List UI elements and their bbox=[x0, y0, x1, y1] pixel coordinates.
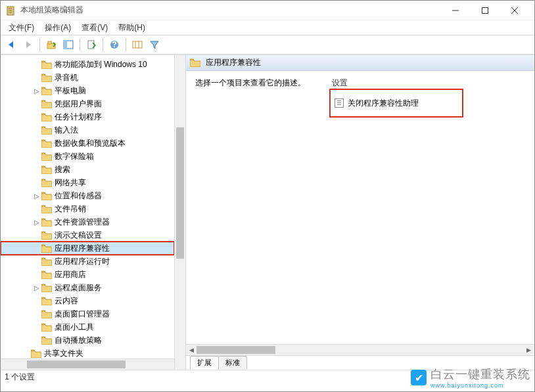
menu-view[interactable]: 查看(V) bbox=[76, 21, 113, 35]
tree-item[interactable]: ▷远程桌面服务 bbox=[1, 281, 174, 294]
tree-item-label: 凭据用户界面 bbox=[55, 98, 102, 110]
filter-button[interactable] bbox=[147, 37, 162, 53]
app-icon bbox=[6, 5, 16, 16]
tree-item[interactable]: 录音机 bbox=[1, 71, 174, 84]
back-button[interactable] bbox=[3, 37, 19, 53]
details-tabs: 扩展 标准 bbox=[186, 355, 534, 370]
tree-item[interactable]: 数字保险箱 bbox=[1, 150, 174, 163]
settings-column-header: 设置 bbox=[332, 77, 525, 89]
menu-file[interactable]: 文件(F) bbox=[3, 21, 39, 35]
tree-item[interactable]: 桌面小工具 bbox=[1, 320, 174, 334]
tree-item-label: 任务计划程序 bbox=[55, 112, 102, 123]
tree-item[interactable]: 共享文件夹 bbox=[1, 347, 174, 360]
tree-horizontal-scrollbar[interactable] bbox=[1, 359, 174, 370]
toolbar-separator bbox=[39, 38, 40, 51]
tree-item[interactable]: ▷文件资源管理器 bbox=[1, 215, 174, 229]
maximize-button[interactable] bbox=[470, 1, 500, 20]
tree-view[interactable]: 将功能添加到 Windows 10录音机▷平板电脑凭据用户界面任务计划程序输入法… bbox=[1, 55, 174, 370]
tree-item-label: 数字保险箱 bbox=[55, 151, 94, 162]
toolbar: ? bbox=[1, 35, 534, 54]
scrollbar-thumb[interactable] bbox=[176, 127, 184, 259]
tree-item[interactable]: 网络共享 bbox=[1, 176, 174, 189]
tree-item-label: 数据收集和预览版本 bbox=[55, 138, 126, 149]
tree-pane: 将功能添加到 Windows 10录音机▷平板电脑凭据用户界面任务计划程序输入法… bbox=[1, 55, 186, 370]
setting-item[interactable]: 关闭程序兼容性助理 bbox=[332, 91, 461, 115]
tree-item[interactable]: 演示文稿设置 bbox=[1, 229, 174, 242]
tree-item[interactable]: 应用程序运行时 bbox=[1, 255, 174, 268]
svg-rect-5 bbox=[482, 7, 488, 13]
tree-item-label: 桌面窗口管理器 bbox=[55, 309, 110, 320]
tree-item[interactable]: 应用商店 bbox=[1, 268, 174, 281]
tree-item-label: 搜索 bbox=[55, 164, 70, 175]
tree-item[interactable]: 任务计划程序 bbox=[1, 110, 174, 123]
tree-vertical-scrollbar[interactable] bbox=[174, 55, 185, 370]
tree-item[interactable]: 输入法 bbox=[1, 123, 174, 137]
tree-item-label: 应用商店 bbox=[55, 269, 86, 280]
tab-standard[interactable]: 标准 bbox=[218, 356, 247, 369]
up-button[interactable] bbox=[43, 37, 59, 53]
tree-item[interactable]: 数据收集和预览版本 bbox=[1, 137, 174, 150]
tree-item[interactable]: 桌面窗口管理器 bbox=[1, 307, 174, 320]
toolbar-separator bbox=[126, 38, 126, 51]
tree-item-label: 应用程序兼容性 bbox=[55, 243, 110, 254]
menu-action[interactable]: 操作(A) bbox=[39, 21, 76, 35]
window-controls bbox=[440, 1, 529, 20]
details-header: 应用程序兼容性 bbox=[186, 55, 534, 71]
tree-item[interactable]: 自动播放策略 bbox=[1, 334, 174, 347]
toolbar-separator bbox=[103, 38, 103, 51]
tree-item-label: 文件吊销 bbox=[55, 204, 86, 215]
options-button[interactable] bbox=[129, 37, 145, 53]
tree-item[interactable]: ▷位置和传感器 bbox=[1, 189, 174, 202]
tree-item[interactable]: ▷平板电脑 bbox=[1, 84, 174, 97]
scrollbar-thumb[interactable] bbox=[197, 346, 275, 354]
scrollbar-thumb[interactable] bbox=[27, 360, 126, 368]
tree-expander-icon[interactable]: ▷ bbox=[32, 87, 41, 95]
scroll-left-arrow[interactable]: ◀ bbox=[186, 345, 197, 355]
tree-item[interactable]: 云内容 bbox=[1, 294, 174, 307]
forward-button[interactable] bbox=[20, 37, 36, 53]
toolbar-separator bbox=[80, 38, 80, 51]
tree-item-label: 云内容 bbox=[55, 295, 78, 307]
tree-item[interactable]: 文件吊销 bbox=[1, 202, 174, 215]
description-prompt: 选择一个项目来查看它的描述。 bbox=[195, 77, 316, 89]
description-column: 选择一个项目来查看它的描述。 bbox=[195, 77, 316, 338]
statusbar: 1 个设置 bbox=[1, 370, 534, 384]
tree-item-label: 输入法 bbox=[55, 125, 78, 136]
tree-item[interactable]: 凭据用户界面 bbox=[1, 97, 174, 110]
tree-item[interactable]: 将功能添加到 Windows 10 bbox=[1, 58, 174, 71]
tree-expander-icon[interactable]: ▷ bbox=[32, 284, 41, 292]
menu-help[interactable]: 帮助(H) bbox=[113, 21, 151, 35]
status-text: 1 个设置 bbox=[5, 372, 35, 383]
folder-icon bbox=[190, 58, 200, 67]
svg-rect-9 bbox=[48, 41, 51, 44]
tree-item-label: 网络共享 bbox=[55, 177, 86, 188]
svg-text:?: ? bbox=[112, 40, 116, 49]
svg-rect-11 bbox=[64, 41, 67, 49]
tree-item-label: 位置和传感器 bbox=[55, 190, 102, 202]
export-button[interactable] bbox=[83, 37, 99, 53]
tree-item-label: 远程桌面服务 bbox=[55, 282, 102, 294]
tree-item-label: 自动播放策略 bbox=[55, 335, 102, 346]
tree-item[interactable]: 搜索 bbox=[1, 163, 174, 176]
details-body: 选择一个项目来查看它的描述。 设置 关闭程序兼容性助理 bbox=[186, 71, 534, 344]
details-pane: 应用程序兼容性 选择一个项目来查看它的描述。 设置 关闭程序兼容性助理 ◀ ▶ … bbox=[186, 55, 534, 370]
close-button[interactable] bbox=[500, 1, 529, 20]
tree-item-label: 文件资源管理器 bbox=[55, 217, 110, 228]
show-hide-tree-button[interactable] bbox=[60, 37, 76, 53]
tree-item-label: 录音机 bbox=[55, 72, 78, 83]
content-area: 将功能添加到 Windows 10录音机▷平板电脑凭据用户界面任务计划程序输入法… bbox=[1, 54, 534, 370]
tree-item-label: 平板电脑 bbox=[55, 85, 86, 97]
scroll-right-arrow[interactable]: ▶ bbox=[523, 345, 534, 355]
tree-item-label: 共享文件夹 bbox=[44, 348, 83, 359]
minimize-button[interactable] bbox=[440, 1, 470, 20]
details-header-title: 应用程序兼容性 bbox=[206, 57, 261, 68]
window-title: 本地组策略编辑器 bbox=[20, 5, 440, 16]
titlebar: 本地组策略编辑器 bbox=[1, 1, 534, 20]
policy-icon bbox=[335, 98, 344, 108]
tree-expander-icon[interactable]: ▷ bbox=[32, 219, 41, 226]
tree-expander-icon[interactable]: ▷ bbox=[32, 192, 41, 200]
details-horizontal-scrollbar[interactable]: ◀ ▶ bbox=[186, 344, 534, 355]
tree-item[interactable]: 应用程序兼容性 bbox=[1, 242, 174, 255]
tab-extended[interactable]: 扩展 bbox=[190, 356, 219, 369]
help-button[interactable]: ? bbox=[106, 37, 122, 53]
